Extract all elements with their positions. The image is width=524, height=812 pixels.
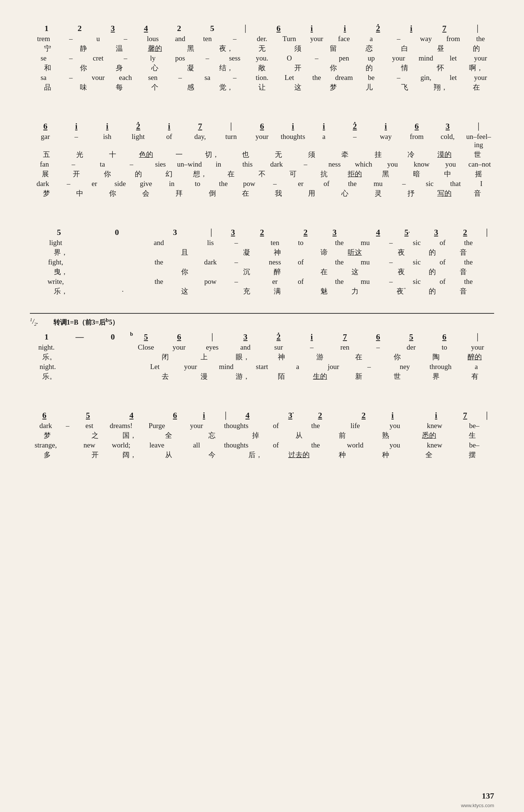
note: 6 bbox=[162, 332, 196, 342]
note: i bbox=[295, 24, 328, 33]
note: 4 bbox=[129, 24, 162, 33]
note: 1 bbox=[30, 332, 63, 342]
note: 6 bbox=[428, 332, 461, 342]
note: 6 bbox=[30, 121, 61, 131]
key-change-header: 1/2. 转调1=B（前3=后b5） bbox=[30, 317, 494, 327]
bar-line: | bbox=[218, 409, 233, 421]
bar-line: | bbox=[216, 120, 247, 131]
note: i bbox=[395, 24, 428, 33]
lyrics-row: fan – ta – sies un–wind in this dark – n… bbox=[30, 160, 494, 168]
note: 2 bbox=[162, 24, 196, 33]
note: 3 bbox=[218, 227, 248, 237]
lyrics-row: 展 开 你 的 幻 想， 在 不 可 抗 拒的 黑 暗 中 摇 bbox=[30, 169, 494, 179]
note: 2 bbox=[291, 227, 320, 237]
note: 4 bbox=[117, 410, 146, 420]
notes-line-2: 6 i i 2 i 7 | 6 i i 2 i 6 3 | bbox=[30, 120, 494, 131]
note: 2 bbox=[262, 332, 295, 342]
note: 3 bbox=[96, 24, 130, 33]
lyrics-row: 品 味 每 个 感 觉， 让 这 梦 儿 飞 翔， 在 bbox=[30, 83, 494, 92]
note: 7 bbox=[328, 332, 362, 342]
lyrics-row: 多 开 阔， 从 今 后， 过去的 种 种 全 摆 bbox=[30, 450, 494, 460]
lyrics-row: 五 光 十 色的 一 切， 也 无 须 牵 挂 冷 漠的 世 bbox=[30, 150, 494, 159]
key-change-text: 转调1=B（前3=后b5） bbox=[53, 317, 119, 327]
lyrics-row: gar – ish light of day, turn your though… bbox=[30, 133, 494, 149]
note: 2 bbox=[349, 410, 378, 420]
note: 6 bbox=[247, 121, 277, 131]
note: i bbox=[189, 410, 218, 420]
note: 5 bbox=[395, 332, 428, 342]
note: 5 bbox=[196, 24, 229, 33]
lyrics-row: light and lis – ten to the mu – sic of t… bbox=[30, 239, 494, 247]
note: i bbox=[92, 121, 123, 131]
lyrics-row: night. Close your eyes and sur – ren – d… bbox=[30, 343, 494, 351]
note: 5 bbox=[74, 410, 103, 420]
note: i bbox=[378, 410, 407, 420]
lyrics-row: 界， 且 凝 神 谛 听这 夜 的 音 bbox=[30, 248, 494, 257]
note: 4 bbox=[363, 227, 393, 237]
note: i bbox=[61, 121, 92, 131]
note: 6 bbox=[161, 410, 190, 420]
note: 0 bbox=[96, 332, 130, 342]
note: 1 bbox=[30, 24, 63, 33]
bar-line: | bbox=[463, 120, 494, 131]
note: i bbox=[295, 332, 328, 342]
note: 2 bbox=[248, 227, 277, 237]
section-5: 6 5 4 6 i | 4 3· 2 2 i i 7 | dark – bbox=[30, 409, 494, 460]
note: 3· bbox=[276, 410, 306, 420]
section-1: 1 2 3 4 2 5 | 6 i i 2 i 7 | trem – u – l… bbox=[30, 22, 494, 92]
lyrics-row: dark – est dreams! Purge your thoughts o… bbox=[30, 422, 494, 430]
note: b5 bbox=[129, 332, 162, 342]
section-3: 5 0 3 | 3 2 2 3 4 5· 3 2 | light and lis… bbox=[30, 226, 494, 296]
lyrics-row: dark – er side give in to the pow – er o… bbox=[30, 180, 494, 188]
bar-line: | bbox=[229, 22, 262, 34]
note: 3 bbox=[146, 227, 204, 237]
bar-line: | bbox=[196, 331, 229, 342]
note: 2 bbox=[123, 121, 154, 131]
notes-line-4: 1 — 0 b5 6 | 3 2 i 7 6 5 6 | bbox=[30, 331, 494, 342]
lyrics-row: trem – u – lous and ten – der. Turn your… bbox=[30, 35, 494, 43]
note: 2 bbox=[339, 121, 370, 131]
note: 4 bbox=[233, 410, 262, 420]
note: 3 bbox=[422, 227, 451, 237]
note: i bbox=[308, 121, 339, 131]
note: 3 bbox=[229, 332, 262, 342]
note: 6 bbox=[401, 121, 432, 131]
note: 3 bbox=[432, 121, 463, 131]
note: 2 bbox=[450, 227, 480, 237]
lyrics-row: 和 你 身 心 凝 结， 敞 开 你 的 情 怀 啊， bbox=[30, 63, 494, 73]
lyrics-row: night. Let your mind start a jour – ney … bbox=[30, 363, 494, 371]
lyrics-row: 乐。 去 漫 游， 陌 生的 新 世 界 有 bbox=[30, 372, 494, 381]
page-number: 137 bbox=[482, 791, 494, 801]
lyrics-row: fight, the dark – ness of the mu – sic o… bbox=[30, 258, 494, 266]
lyrics-row: strange, new world; leave all thoughts o… bbox=[30, 441, 494, 449]
notes-line-3: 5 0 3 | 3 2 2 3 4 5· 3 2 | bbox=[30, 226, 494, 238]
note: 3 bbox=[320, 227, 349, 237]
lyrics-row: 梦 之 国， 全 忘 掉 从 前 熟 悉的 生 bbox=[30, 431, 494, 440]
lyrics-row: write, the pow – er of the mu – sic of t… bbox=[30, 278, 494, 286]
repeat-label: 1/2. bbox=[30, 317, 38, 327]
note: 7 bbox=[450, 410, 480, 420]
note: 6 bbox=[362, 332, 395, 342]
section-2: 6 i i 2 i 7 | 6 i i 2 i 6 3 | gar – ish … bbox=[30, 120, 494, 198]
bar-line: | bbox=[461, 22, 494, 34]
section-4: 1 — 0 b5 6 | 3 2 i 7 6 5 6 | night. Clos… bbox=[30, 331, 494, 381]
page-content: 1 2 3 4 2 5 | 6 i i 2 i 7 | trem – u – l… bbox=[30, 22, 494, 460]
lyrics-row: sa – vour each sen – sa – tion. Let the … bbox=[30, 74, 494, 82]
lyrics-row: 梦 中 你 会 拜 倒 在 我 用 心 灵 抒 写的 音 bbox=[30, 189, 494, 198]
notes-line-1: 1 2 3 4 2 5 | 6 i i 2 i 7 | bbox=[30, 22, 494, 34]
bar-line: | bbox=[204, 226, 218, 238]
note: 6 bbox=[30, 410, 59, 420]
section-divider: 1/2. 转调1=B（前3=后b5） bbox=[30, 313, 494, 327]
bar-line: | bbox=[480, 226, 494, 238]
note: 2 bbox=[63, 24, 96, 33]
lyrics-row: 乐。 闭 上 眼， 神 游 在 你 陶 醉的 bbox=[30, 352, 494, 362]
note: i bbox=[277, 121, 308, 131]
lyrics-row: 曳， 你 沉 醉 在 这 夜 的 音 bbox=[30, 267, 494, 277]
note: 2 bbox=[306, 410, 335, 420]
note: 2 bbox=[362, 24, 395, 33]
note: i bbox=[370, 121, 401, 131]
note: 0 bbox=[88, 227, 146, 237]
lyrics-row: 乐， · 这 充 满 魅 力 夜" 的 音 bbox=[30, 286, 494, 296]
bar-line: | bbox=[461, 331, 494, 342]
note: i bbox=[154, 121, 185, 131]
